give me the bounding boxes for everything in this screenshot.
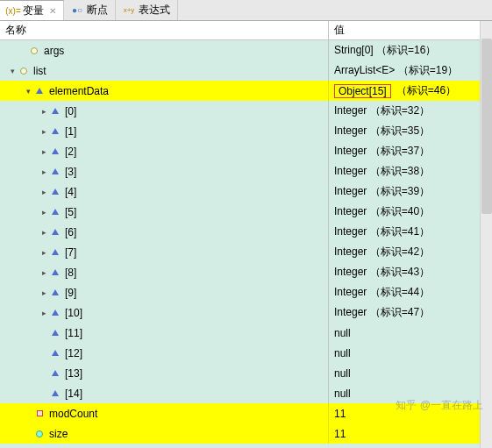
var-name: [1] [61,125,76,138]
expander-icon[interactable]: ▸ [39,147,49,156]
tab-label: 表达式 [139,3,170,18]
var-name: [13] [61,367,82,380]
expander-icon[interactable]: ▸ [39,268,49,277]
var-name: [4] [61,186,76,198]
expander-icon[interactable]: ▸ [39,248,49,257]
var-value: Integer （标识=39） [329,181,492,202]
scrollbar-thumb[interactable] [481,39,492,214]
expander-icon[interactable]: ▾ [23,87,33,96]
breakpoints-icon: ●○ [71,4,83,17]
tree-row[interactable]: ▸[1]Integer （标识=35） [0,121,492,141]
vertical-scrollbar[interactable] [480,21,492,448]
header-value[interactable]: 值 [329,21,492,39]
var-name: list [30,65,46,77]
tree-row[interactable]: ▸[2]Integer （标识=37） [0,141,492,161]
var-value: Integer （标识=38） [329,161,492,181]
var-value: ArrayList<E> （标识=19） [329,60,492,81]
var-name: [3] [61,166,76,178]
tree-row[interactable]: ▸[10]Integer （标识=47） [0,302,492,323]
header-name[interactable]: 名称 [0,21,329,39]
var-value: null [329,383,492,403]
expander-icon[interactable]: ▸ [39,167,49,176]
var-value: null [329,363,492,383]
var-value-suffix: （标识=46） [395,83,456,98]
tree-row-size[interactable]: size 11 [0,423,492,444]
tab-expressions[interactable]: x+y 表达式 [116,0,178,20]
var-value: Integer （标识=43） [329,262,492,282]
field-icon [33,410,46,416]
tree-row-args[interactable]: ▶ args String[0] （标识=16） [0,40,492,60]
tree-row-list[interactable]: ▾ list ArrayList<E> （标识=19） [0,60,492,81]
var-value-boxed: Object[15] [334,84,391,98]
field-icon [49,148,61,154]
local-var-icon [18,68,30,75]
local-var-icon [28,47,40,54]
expander-icon[interactable]: ▸ [39,188,49,196]
expander-icon[interactable]: ▸ [39,309,49,317]
var-value: null [329,343,492,363]
field-icon [49,269,61,275]
var-name: [2] [61,146,76,158]
tree-row-modcount[interactable]: modCount 11 [0,403,492,423]
tree-row[interactable]: [14]null [0,383,492,403]
var-value: Integer （标识=42） [329,242,492,262]
var-value: Integer （标识=47） [329,302,492,323]
tree-row[interactable]: ▸[8]Integer （标识=43） [0,262,492,282]
var-value: Integer （标识=32） [329,101,492,121]
field-icon [49,370,61,376]
variables-icon: (x)= [7,4,19,17]
expressions-icon: x+y [123,4,135,17]
var-name: [10] [61,307,82,319]
field-icon [49,229,61,235]
field-icon [33,430,46,437]
expander-icon[interactable]: ▸ [39,228,49,237]
tree-row[interactable]: ▸[6]Integer （标识=41） [0,222,492,242]
expander-icon[interactable]: ▸ [39,208,49,217]
var-value: null [329,323,492,343]
var-name: [5] [61,206,76,218]
field-icon [49,350,61,356]
var-value: Integer （标识=40） [329,202,492,222]
field-icon [49,209,61,215]
tree-row-elementdata[interactable]: ▾ elementData Object[15] （标识=46） [0,81,492,101]
tab-breakpoints[interactable]: ●○ 断点 [64,0,116,20]
var-value: Integer （标识=37） [329,141,492,161]
tree-row[interactable]: ▸[7]Integer （标识=42） [0,242,492,262]
tree-row[interactable]: ▸[3]Integer （标识=38） [0,161,492,181]
expander-icon[interactable]: ▾ [7,67,18,75]
var-value: 11 [329,423,492,444]
tree-row[interactable]: ▸[5]Integer （标识=40） [0,202,492,222]
var-name: [9] [61,287,76,299]
field-icon [49,309,61,316]
field-icon [49,330,61,336]
tab-label: 断点 [87,3,108,18]
field-icon [49,188,61,195]
tab-variables[interactable]: (x)= 变量 ✕ [0,0,64,20]
var-name: [11] [61,327,82,339]
var-name: [0] [61,105,76,117]
field-icon [49,168,61,174]
tree-row[interactable]: ▸[4]Integer （标识=39） [0,181,492,202]
var-name: [6] [61,226,76,238]
tree-row[interactable]: ▸[9]Integer （标识=44） [0,282,492,302]
var-value: 11 [329,403,492,423]
tree-row[interactable]: [12]null [0,343,492,363]
tab-bar: (x)= 变量 ✕ ●○ 断点 x+y 表达式 [0,0,492,21]
var-value: Integer （标识=41） [329,222,492,242]
var-name: [8] [61,267,76,279]
field-icon [49,249,61,255]
var-name: [12] [61,347,82,359]
var-name: [7] [61,246,76,259]
expander-icon[interactable]: ▸ [39,107,49,116]
var-name: modCount [46,408,97,420]
tree-row[interactable]: ▸[0]Integer （标识=32） [0,101,492,121]
var-name: args [40,45,64,57]
close-icon[interactable]: ✕ [49,6,56,16]
field-icon [49,108,61,114]
field-icon [49,128,61,134]
expander-icon[interactable]: ▸ [39,127,49,136]
expander-icon[interactable]: ▸ [39,288,49,297]
tree-row[interactable]: [13]null [0,363,492,383]
tree-row[interactable]: [11]null [0,323,492,343]
var-value: Integer （标识=44） [329,282,492,302]
